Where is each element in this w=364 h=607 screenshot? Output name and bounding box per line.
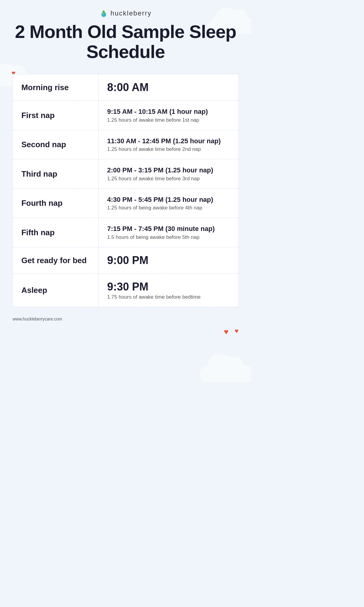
brand: huckleberry xyxy=(6,9,245,18)
footer-url: www.huckleberrycare.com xyxy=(12,317,62,321)
row-label-4: Fourth nap xyxy=(13,188,99,218)
time-sub-3: 2:00 PM - 3:15 PM (1.25 hour nap) xyxy=(107,166,230,175)
time-sub-2: 11:30 AM - 12:45 PM (1.25 hour nap) xyxy=(107,137,230,146)
time-note-3: 1.25 hours of awake time before 3rd nap xyxy=(107,176,230,182)
row-label-1: First nap xyxy=(13,101,99,130)
row-time-4: 4:30 PM - 5:45 PM (1.25 hour nap)1.25 ho… xyxy=(99,188,238,218)
row-time-6: 9:00 PM xyxy=(99,247,238,273)
row-label-5: Fifth nap xyxy=(13,218,99,247)
footer: www.huckleberrycare.com xyxy=(12,316,238,322)
brand-icon xyxy=(99,9,108,18)
row-time-3: 2:00 PM - 3:15 PM (1.25 hour nap)1.25 ho… xyxy=(99,159,238,189)
table-row: Fourth nap4:30 PM - 5:45 PM (1.25 hour n… xyxy=(13,188,238,218)
row-time-7: 9:30 PM1.75 hours of awake time before b… xyxy=(99,273,238,307)
table-row: First nap9:15 AM - 10:15 AM (1 hour nap)… xyxy=(13,101,238,130)
row-label-3: Third nap xyxy=(13,159,99,189)
row-time-2: 11:30 AM - 12:45 PM (1.25 hour nap)1.25 … xyxy=(99,130,238,159)
heart-decoration-bottom-right: ♥ xyxy=(235,328,239,336)
time-note-7: 1.75 hours of awake time before bedtime xyxy=(107,294,230,300)
main-title: 2 Month Old Sample Sleep Schedule xyxy=(6,22,245,62)
row-time-1: 9:15 AM - 10:15 AM (1 hour nap)1.25 hour… xyxy=(99,101,238,130)
row-label-6: Get ready for bed xyxy=(13,247,99,273)
brand-name: huckleberry xyxy=(110,9,152,17)
heart-decoration-bottom-mid: ♥ xyxy=(224,328,228,336)
schedule-table: Morning rise8:00 AMFirst nap9:15 AM - 10… xyxy=(12,74,238,307)
time-note-1: 1.25 hours of awake time before 1st nap xyxy=(107,117,230,123)
row-label-7: Asleep xyxy=(13,273,99,307)
table-row: Fifth nap7:15 PM - 7:45 PM (30 minute na… xyxy=(13,218,238,247)
row-label-2: Second nap xyxy=(13,130,99,159)
row-time-5: 7:15 PM - 7:45 PM (30 minute nap)1.5 hou… xyxy=(99,218,238,247)
time-note-5: 1.5 hours of being awake before 5th nap xyxy=(107,234,230,240)
time-main-0: 8:00 AM xyxy=(107,81,230,94)
table-row: Asleep9:30 PM1.75 hours of awake time be… xyxy=(13,273,238,307)
time-note-2: 1.25 hours of awake time before 2nd nap xyxy=(107,146,230,152)
table-row: Get ready for bed9:00 PM xyxy=(13,247,238,273)
time-main-7: 9:30 PM xyxy=(107,280,230,293)
table-row: Morning rise8:00 AM xyxy=(13,74,238,101)
time-sub-1: 9:15 AM - 10:15 AM (1 hour nap) xyxy=(107,107,230,116)
row-time-0: 8:00 AM xyxy=(99,74,238,101)
time-note-4: 1.25 hours of being awake before 4th nap xyxy=(107,205,230,211)
cloud-decoration-bottom-right xyxy=(200,366,251,382)
time-main-6: 9:00 PM xyxy=(107,254,230,267)
bottom-hearts: ♥ ♥ xyxy=(12,328,238,342)
svg-point-2 xyxy=(102,13,103,15)
table-row: Third nap2:00 PM - 3:15 PM (1.25 hour na… xyxy=(13,159,238,189)
header: huckleberry 2 Month Old Sample Sleep Sch… xyxy=(0,0,251,68)
row-label-0: Morning rise xyxy=(13,74,99,101)
time-sub-4: 4:30 PM - 5:45 PM (1.25 hour nap) xyxy=(107,195,230,204)
time-sub-5: 7:15 PM - 7:45 PM (30 minute nap) xyxy=(107,225,230,233)
table-row: Second nap11:30 AM - 12:45 PM (1.25 hour… xyxy=(13,130,238,159)
page-wrapper: ♥ ♥ huckleberry 2 Month Old Sample Sleep… xyxy=(0,0,251,419)
